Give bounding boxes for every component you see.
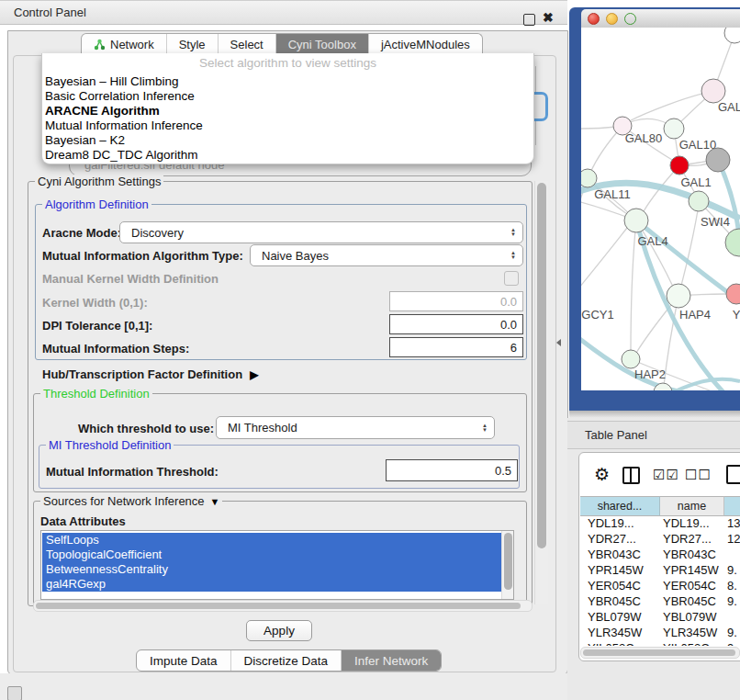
kernel-width-field[interactable]: 0.0 [389, 291, 523, 311]
dropdown-item[interactable]: Mutual Information Inference [45, 119, 203, 133]
apply-button[interactable]: Apply [246, 620, 312, 641]
dropdown-placeholder: Select algorithm to view settings [42, 56, 533, 70]
threshold-definition-title: Threshold Definition [40, 387, 152, 401]
close-window-icon[interactable] [588, 13, 600, 25]
network-node[interactable] [622, 350, 640, 368]
settings-vscrollbar[interactable] [534, 181, 548, 604]
table-row[interactable]: YBR043CYBR043C [580, 547, 740, 562]
spinner-icon: ▲▼ [510, 228, 522, 237]
attribute-item[interactable]: SelfLoops [42, 533, 503, 548]
mi-type-combo[interactable]: Naive Bayes ▲▼ [250, 244, 523, 266]
node-label: GAL11 [594, 187, 631, 201]
network-node[interactable] [581, 169, 597, 187]
dropdown-item[interactable]: Bayesian – Hill Climbing [45, 74, 203, 89]
network-node[interactable] [689, 191, 709, 211]
data-attributes-label: Data Attributes [40, 514, 126, 528]
aracne-mode-combo[interactable]: Discovery ▲▼ [119, 221, 523, 243]
float-panel-icon[interactable] [523, 14, 535, 26]
dpi-tolerance-field[interactable]: 0.0 [389, 314, 523, 334]
deselect-all-checkboxes-icon[interactable]: ☐☐ [685, 467, 712, 483]
network-node[interactable] [667, 284, 690, 308]
table-row[interactable]: YBR045CYBR045C9. [580, 593, 740, 609]
tab-select[interactable]: Select [218, 34, 275, 54]
hub-definition-toggle[interactable]: Hub/Transcription Factor Definition▶ [42, 367, 258, 381]
spinner-icon: ▲▼ [510, 251, 522, 260]
table-hscrollbar[interactable] [580, 647, 740, 659]
mi-threshold-field[interactable]: 0.5 [386, 459, 518, 481]
settings-hscrollbar[interactable] [33, 600, 533, 612]
dropdown-item[interactable]: Bayesian – K2 [45, 133, 203, 148]
node-label: GAL80 [625, 131, 662, 145]
table-row[interactable]: YDL19...YDL19...13 [580, 515, 740, 531]
tab-network[interactable]: Network [82, 34, 166, 54]
tab-cyni-toolbox[interactable]: Cyni Toolbox [275, 34, 368, 54]
bottom-background [0, 673, 569, 700]
network-graph[interactable]: GAL GAL80 GAL10 GAL1 GAL11 SWI4 GAL4 GCY… [581, 28, 740, 390]
network-node[interactable] [624, 209, 648, 232]
manual-kernel-checkbox[interactable] [504, 271, 519, 286]
dropdown-item[interactable]: Dream8 DC_TDC Algorithm [45, 148, 203, 163]
node-label: HAP4 [679, 308, 711, 322]
new-table-icon[interactable] [726, 465, 740, 484]
column-header-name[interactable]: name [660, 496, 724, 516]
select-all-checkboxes-icon[interactable]: ☑☑ [653, 467, 679, 483]
mi-threshold-group-title: MI Threshold Definition [46, 438, 174, 452]
panel-divider-arrow[interactable] [556, 339, 561, 346]
mi-steps-field[interactable]: 6 [389, 337, 523, 357]
tab-discretize-data[interactable]: Discretize Data [230, 650, 342, 671]
data-attributes-list[interactable]: SelfLoops TopologicalCoefficient Between… [40, 530, 514, 600]
minimized-panel-icon[interactable] [7, 686, 22, 700]
gear-icon[interactable]: ⚙ [594, 464, 610, 485]
node-label: GAL [718, 100, 740, 114]
algorithm-definition-title: Algorithm Definition [42, 198, 151, 211]
dpi-tolerance-label: DPI Tolerance [0,1]: [42, 319, 152, 333]
table-body[interactable]: YDL19...YDL19...13 YDR27...YDR27...12 YB… [580, 515, 740, 646]
algorithm-dropdown-popup: Select algorithm to view settings Bayesi… [41, 53, 534, 164]
dropdown-item-selected[interactable]: ARACNE Algorithm [45, 104, 203, 119]
attribute-item[interactable]: TopologicalCoefficient [42, 548, 503, 562]
columns-icon[interactable] [622, 467, 640, 484]
attribute-list-scrollbar[interactable] [501, 531, 513, 599]
node-label: GAL10 [679, 138, 716, 152]
network-node[interactable] [726, 284, 740, 304]
dropdown-item[interactable]: Basic Correlation Inference [45, 89, 203, 104]
column-header-clipped[interactable] [724, 496, 740, 516]
network-canvas[interactable]: GAL GAL80 GAL10 GAL1 GAL11 SWI4 GAL4 GCY… [581, 28, 740, 390]
column-header-shared[interactable]: shared... [580, 496, 660, 516]
mi-threshold-label: Mutual Information Threshold: [46, 465, 219, 479]
manual-kernel-label: Manual Kernel Width Definition [42, 272, 219, 286]
attribute-item[interactable]: gal4RGexp [42, 577, 503, 592]
network-node[interactable] [724, 28, 740, 43]
table-row[interactable]: YBL079WYBL079W [580, 609, 740, 625]
cyni-bottom-tabs: Impute Data Discretize Data Infer Networ… [136, 649, 442, 672]
tab-style[interactable]: Style [166, 34, 218, 54]
network-node[interactable] [664, 119, 684, 139]
control-panel-title: Control Panel [14, 6, 86, 19]
close-icon[interactable]: ✖ [543, 10, 554, 25]
node-label: SWI4 [701, 215, 730, 229]
table-panel-header: Table Panel [567, 421, 740, 449]
expand-arrow-icon: ▶ [250, 368, 258, 381]
table-row[interactable]: YIL052CYIL052C9 [580, 640, 740, 646]
table-row[interactable]: YER054CYER054C8. [580, 578, 740, 593]
tab-impute-data[interactable]: Impute Data [137, 650, 230, 671]
table-row[interactable]: YDR27...YDR27...12 [580, 531, 740, 547]
network-node[interactable] [725, 229, 740, 256]
network-window-titlebar[interactable] [581, 9, 740, 28]
attribute-item[interactable]: BetweennessCentrality [42, 562, 503, 577]
control-panel-tabs: Network Style Select Cyni Toolbox jActiv… [81, 33, 483, 54]
tab-jactivemnodules[interactable]: jActiveMNodules [368, 34, 482, 54]
which-threshold-label: Which threshold to use: [78, 422, 214, 435]
table-panel-title: Table Panel [585, 428, 647, 442]
network-node[interactable] [670, 156, 689, 175]
zoom-window-icon[interactable] [624, 13, 636, 25]
table-row[interactable]: YLR345WYLR345W9. [580, 625, 740, 640]
table-row[interactable]: YPR145WYPR145W9. [580, 562, 740, 578]
sources-group-title[interactable]: Sources for Network Inference▼ [40, 494, 222, 508]
minimize-window-icon[interactable] [606, 13, 618, 25]
network-icon [94, 39, 106, 51]
which-threshold-combo[interactable]: MI Threshold ▲▼ [216, 416, 495, 439]
control-panel-header: Control Panel [0, 0, 567, 25]
tab-infer-network[interactable]: Infer Network [341, 650, 441, 671]
network-node-labels: GAL GAL80 GAL10 GAL1 GAL11 SWI4 GAL4 GCY… [581, 100, 740, 381]
